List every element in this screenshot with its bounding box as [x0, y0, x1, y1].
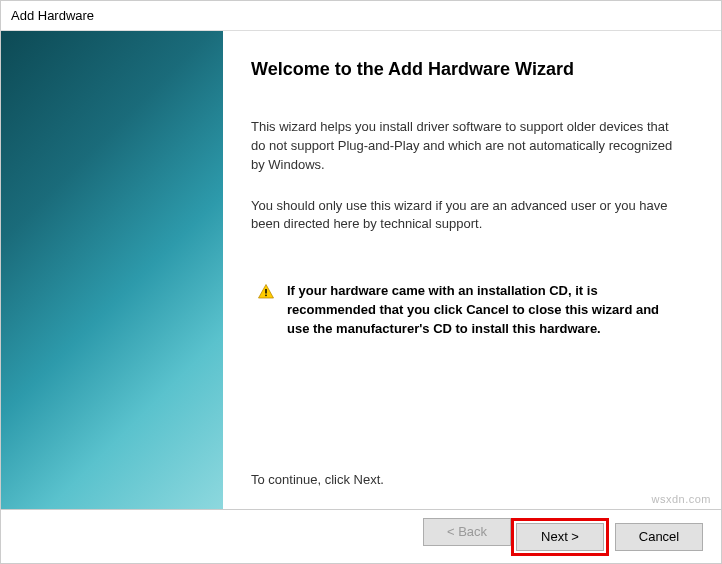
continue-instruction: To continue, click Next. — [251, 472, 685, 499]
warning-row: If your hardware came with an installati… — [251, 282, 685, 339]
intro-paragraph-2: You should only use this wizard if you a… — [251, 197, 685, 235]
button-footer: < Back Next > Cancel — [1, 509, 721, 563]
next-button-highlight: Next > — [511, 518, 609, 556]
window-title: Add Hardware — [11, 8, 94, 23]
titlebar: Add Hardware — [1, 1, 721, 31]
warning-icon — [257, 283, 275, 301]
content-panel: Welcome to the Add Hardware Wizard This … — [223, 31, 721, 509]
next-button[interactable]: Next > — [516, 523, 604, 551]
add-hardware-wizard-window: Add Hardware Welcome to the Add Hardware… — [0, 0, 722, 564]
svg-rect-1 — [265, 295, 267, 297]
svg-rect-0 — [265, 289, 267, 294]
cancel-button[interactable]: Cancel — [615, 523, 703, 551]
back-button: < Back — [423, 518, 511, 546]
page-heading: Welcome to the Add Hardware Wizard — [251, 59, 685, 80]
warning-text: If your hardware came with an installati… — [287, 282, 685, 339]
side-graphic-panel — [1, 31, 223, 509]
wizard-body: Welcome to the Add Hardware Wizard This … — [1, 31, 721, 509]
intro-paragraph-1: This wizard helps you install driver sof… — [251, 118, 685, 175]
